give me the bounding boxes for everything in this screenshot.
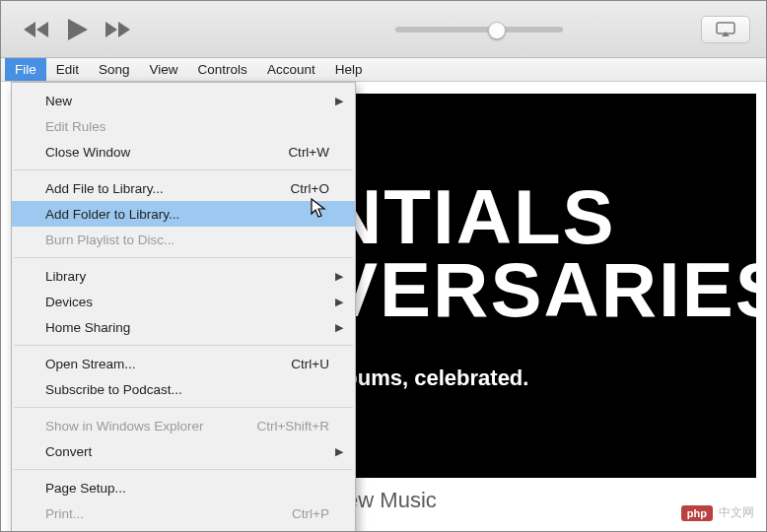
fast-forward-icon (104, 21, 131, 38)
menu-item-label: Show in Windows Explorer (45, 419, 204, 433)
menu-item-label: Add Folder to Library... (45, 207, 179, 222)
chevron-right-icon: ▶ (335, 296, 343, 308)
menu-item-label: Close Window (45, 145, 130, 160)
chevron-right-icon: ▶ (335, 95, 343, 107)
watermark: php 中文网 (681, 504, 754, 521)
menu-item-label: Home Sharing (45, 320, 130, 335)
menu-separator (14, 169, 353, 170)
play-icon (64, 17, 90, 42)
menu-item-label: Library (45, 269, 86, 284)
menu-item-edit-rules: Edit Rules (12, 113, 355, 139)
chevron-right-icon: ▶ (335, 321, 343, 334)
player-toolbar (1, 1, 766, 58)
menu-item-label: Subscribe to Podcast... (45, 382, 182, 397)
menu-item-library[interactable]: Library▶ (12, 263, 355, 289)
hero-line-2: VERSARIES (326, 253, 756, 326)
menu-item-page-setup[interactable]: Page Setup... (12, 475, 355, 500)
rewind-icon (23, 21, 50, 38)
menu-item-label: Print... (45, 506, 84, 521)
watermark-text: 中文网 (719, 504, 754, 521)
menu-item-label: Convert (45, 444, 92, 459)
menu-item-shortcut: Ctrl+W (288, 145, 329, 160)
menu-edit[interactable]: Edit (46, 58, 89, 81)
airplay-button[interactable] (701, 16, 750, 43)
menu-item-close-window[interactable]: Close WindowCtrl+W (12, 139, 355, 165)
chevron-right-icon: ▶ (335, 445, 343, 458)
file-menu-dropdown: New▶Edit RulesClose WindowCtrl+WAdd File… (11, 82, 356, 532)
menu-item-shortcut: Ctrl+O (291, 181, 329, 196)
menu-item-new[interactable]: New▶ (12, 88, 355, 113)
menu-item-open-stream[interactable]: Open Stream...Ctrl+U (12, 351, 355, 376)
menu-item-burn-playlist-to-disc: Burn Playlist to Disc... (12, 227, 355, 252)
menu-item-label: Add File to Library... (45, 181, 164, 196)
menu-song[interactable]: Song (89, 58, 140, 81)
menu-item-shortcut: Ctrl+U (291, 357, 329, 371)
previous-button[interactable] (17, 15, 56, 44)
hero-line-1: NTIALS (326, 180, 756, 253)
menu-item-add-file-to-library[interactable]: Add File to Library...Ctrl+O (12, 175, 355, 201)
menu-item-label: Open Stream... (45, 357, 136, 371)
next-button[interactable] (98, 15, 137, 44)
menu-view[interactable]: View (140, 58, 188, 81)
menu-controls[interactable]: Controls (188, 58, 257, 81)
menu-item-add-folder-to-library[interactable]: Add Folder to Library... (12, 201, 355, 227)
menu-item-devices[interactable]: Devices▶ (12, 289, 355, 314)
menu-item-label: Page Setup... (45, 481, 126, 496)
menu-item-label: New (45, 94, 72, 108)
watermark-badge: php (681, 505, 713, 521)
menu-item-convert[interactable]: Convert▶ (12, 438, 355, 464)
menu-item-label: Burn Playlist to Disc... (45, 233, 174, 247)
menu-separator (14, 407, 353, 408)
volume-slider[interactable] (395, 27, 563, 33)
airplay-icon (716, 22, 735, 37)
hero-tagline: albums, celebrated. (326, 366, 756, 391)
menu-file[interactable]: File (5, 58, 46, 81)
playback-controls (17, 11, 137, 48)
menu-item-print: Print...Ctrl+P (12, 500, 355, 526)
play-button[interactable] (58, 11, 96, 48)
menu-item-shortcut: Ctrl+P (292, 506, 329, 521)
menu-item-shortcut: Ctrl+Shift+R (256, 419, 329, 433)
menu-item-label: Devices (45, 295, 93, 309)
menu-help[interactable]: Help (325, 58, 373, 81)
menu-item-home-sharing[interactable]: Home Sharing▶ (12, 314, 355, 340)
chevron-right-icon: ▶ (335, 270, 343, 283)
menu-separator (14, 257, 353, 258)
menu-item-show-in-windows-explorer: Show in Windows ExplorerCtrl+Shift+R (12, 413, 355, 438)
menu-item-subscribe-to-podcast[interactable]: Subscribe to Podcast... (12, 376, 355, 402)
menu-account[interactable]: Account (257, 58, 325, 81)
menu-separator (14, 345, 353, 346)
menu-item-label: Edit Rules (45, 119, 106, 134)
menubar: FileEditSongViewControlsAccountHelp (1, 58, 766, 82)
menu-separator (14, 469, 353, 470)
